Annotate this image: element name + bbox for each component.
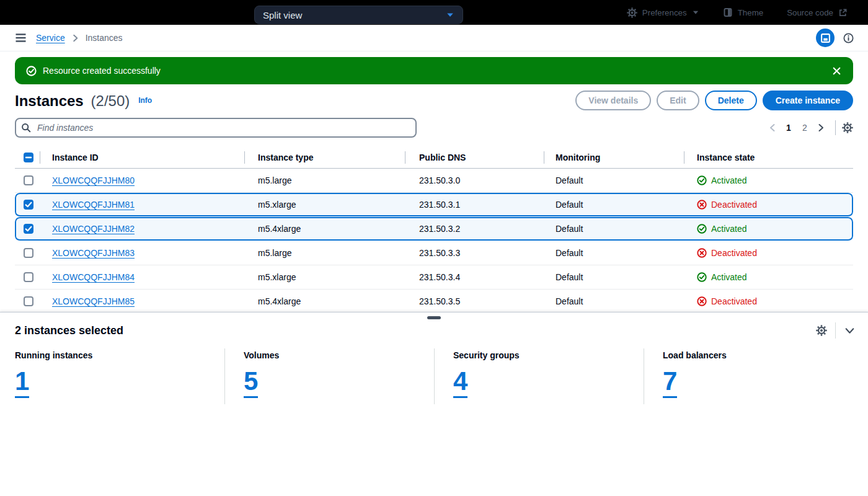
table-body: XLOWCQQFJJHM80 m5.large 231.50.3.0 Defau…: [15, 169, 853, 312]
status-label: Activated: [711, 272, 747, 282]
instance-type-cell: m5.large: [258, 248, 291, 258]
table-row: XLOWCQQFJJHM80 m5.large 231.50.3.0 Defau…: [15, 169, 853, 193]
instance-state-cell: Deactivated: [697, 296, 757, 306]
menu-icon: [15, 33, 27, 43]
split-panel-toggle-button[interactable]: [816, 29, 835, 47]
instance-type-cell: m5.4xlarge: [258, 296, 301, 306]
instance-id-link[interactable]: XLOWCQQFJJHM83: [52, 248, 135, 258]
row-checkbox[interactable]: [24, 224, 33, 234]
monitoring-cell: Default: [556, 200, 583, 210]
column-divider[interactable]: [244, 151, 245, 164]
chevron-right-icon: [816, 123, 826, 133]
instance-id-link[interactable]: XLOWCQQFJJHM81: [52, 200, 135, 210]
instance-id-link[interactable]: XLOWCQQFJJHM82: [52, 224, 135, 234]
page-1-button[interactable]: 1: [781, 120, 797, 136]
flash-message: Resource created successfully: [43, 66, 161, 76]
breadcrumb-current: Instances: [86, 33, 123, 43]
metric-value-link[interactable]: 1: [15, 368, 29, 398]
select-all-checkbox[interactable]: [24, 153, 33, 162]
monitoring-cell: Default: [556, 248, 583, 258]
metric: Volumes 5: [224, 348, 434, 404]
row-checkbox[interactable]: [24, 248, 33, 258]
view-details-button[interactable]: View details: [575, 91, 651, 110]
column-header-instance-state: Instance state: [697, 153, 755, 162]
table-row: XLOWCQQFJJHM85 m5.4xlarge 231.50.3.5 Def…: [15, 290, 853, 312]
split-panel-metrics: Running instances 1 Volumes 5 Security g…: [15, 348, 853, 404]
info-link[interactable]: Info: [138, 96, 152, 105]
row-checkbox[interactable]: [24, 272, 33, 282]
split-panel-icon: [820, 33, 831, 43]
row-checkbox[interactable]: [24, 296, 33, 306]
flash-close-button[interactable]: [831, 66, 842, 76]
create-instance-button[interactable]: Create instance: [763, 91, 853, 110]
metric-label: Running instances: [15, 350, 224, 360]
table-toolbar: 1 2: [15, 118, 853, 138]
previous-page-button[interactable]: [764, 120, 781, 136]
status-activated-icon: [697, 175, 707, 185]
instance-state-cell: Activated: [697, 175, 747, 185]
metric-value-link[interactable]: 4: [453, 368, 467, 398]
page-header: Instances (2/50) Info View details Edit …: [15, 91, 853, 115]
info-button[interactable]: [843, 33, 854, 43]
search-input[interactable]: [15, 118, 417, 138]
metric-value-link[interactable]: 5: [244, 368, 258, 398]
column-divider[interactable]: [684, 151, 684, 164]
row-checkbox[interactable]: [24, 200, 33, 210]
table-row: XLOWCQQFJJHM82 m5.4xlarge 231.50.3.2 Def…: [15, 217, 853, 241]
page-title: Instances: [15, 92, 84, 109]
pagination: 1 2: [764, 120, 853, 136]
instance-id-link[interactable]: XLOWCQQFJJHM84: [52, 272, 135, 282]
monitoring-cell: Default: [556, 296, 583, 306]
instance-type-cell: m5.xlarge: [258, 272, 296, 282]
gear-icon: [627, 7, 637, 18]
gear-icon: [816, 325, 827, 336]
row-checkbox[interactable]: [24, 175, 33, 185]
public-dns-cell: 231.50.3.4: [419, 272, 460, 282]
info-icon: [843, 33, 854, 43]
column-header-public-dns: Public DNS: [419, 153, 466, 162]
split-panel-close-button[interactable]: [844, 325, 856, 337]
instances-table: Instance ID Instance type Public DNS Mon…: [15, 146, 853, 312]
edit-button[interactable]: Edit: [657, 91, 699, 110]
divider: [835, 322, 836, 339]
split-panel-drag-handle[interactable]: [427, 316, 441, 319]
chevron-down-icon: [844, 325, 856, 337]
column-header-monitoring: Monitoring: [556, 153, 600, 162]
gear-icon: [842, 122, 853, 133]
menu-button[interactable]: [15, 33, 27, 43]
monitoring-cell: Default: [556, 272, 583, 282]
public-dns-cell: 231.50.3.1: [419, 200, 460, 210]
instance-type-cell: m5.xlarge: [258, 200, 296, 210]
instance-id-link[interactable]: XLOWCQQFJJHM80: [52, 175, 135, 185]
theme-button[interactable]: Theme: [723, 7, 763, 17]
table-row: XLOWCQQFJJHM84 m5.xlarge 231.50.3.4 Defa…: [15, 265, 853, 290]
source-code-link[interactable]: Source code: [787, 8, 848, 17]
monitoring-cell: Default: [556, 224, 583, 234]
column-divider[interactable]: [405, 151, 405, 164]
preferences-button[interactable]: Preferences: [627, 7, 699, 18]
table-settings-button[interactable]: [842, 122, 853, 133]
chevron-left-icon: [768, 123, 777, 133]
instance-state-cell: Deactivated: [697, 200, 757, 210]
breadcrumb-service-link[interactable]: Service: [36, 33, 65, 43]
top-navigation-bar: Split view Preferences Theme Source code: [0, 0, 868, 25]
caret-down-icon: [692, 9, 699, 16]
metric-label: Security groups: [453, 350, 644, 360]
topbar-utilities: Preferences Theme Source code: [627, 0, 848, 25]
next-page-button[interactable]: [813, 120, 829, 136]
column-divider[interactable]: [544, 151, 544, 164]
metric-value-link[interactable]: 7: [663, 368, 677, 398]
instance-id-link[interactable]: XLOWCQQFJJHM85: [52, 296, 135, 306]
table-row: XLOWCQQFJJHM83 m5.large 231.50.3.3 Defau…: [15, 241, 853, 265]
column-divider: [40, 151, 40, 164]
status-deactivated-icon: [697, 296, 707, 306]
split-panel-preferences-button[interactable]: [816, 325, 827, 336]
page-2-button[interactable]: 2: [797, 120, 813, 136]
delete-button[interactable]: Delete: [705, 91, 757, 110]
column-header-instance-type: Instance type: [258, 153, 313, 162]
success-check-icon: [26, 66, 37, 76]
metric-label: Load balancers: [663, 350, 853, 360]
instance-state-cell: Activated: [697, 224, 747, 234]
flashbar-success: Resource created successfully: [15, 57, 853, 84]
scenario-select[interactable]: Split view: [254, 6, 463, 24]
